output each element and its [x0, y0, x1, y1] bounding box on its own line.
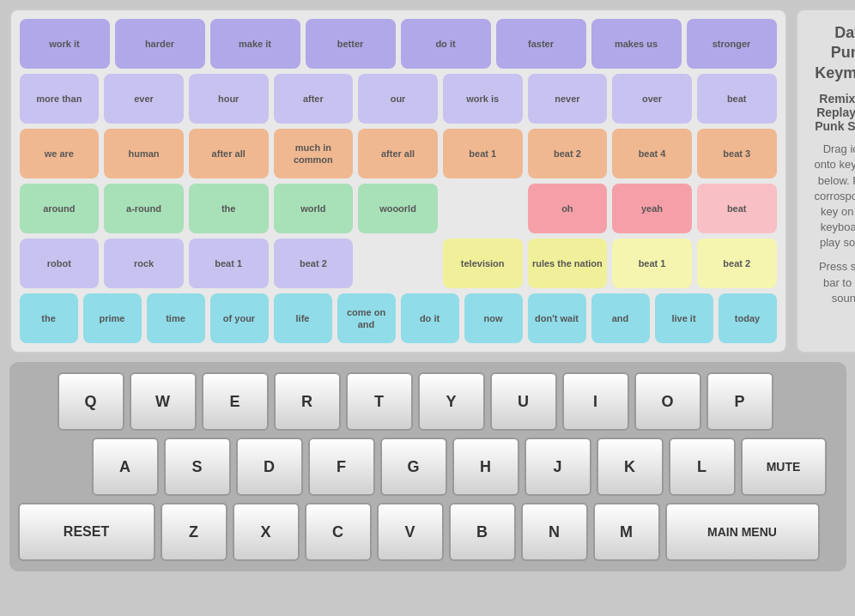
key-y[interactable]: Y	[418, 372, 485, 431]
key-l[interactable]: L	[669, 438, 736, 496]
key-u[interactable]: U	[490, 372, 557, 431]
tile-now[interactable]: now	[464, 293, 523, 343]
tile-stronger[interactable]: stronger	[687, 19, 777, 69]
tile-live-it[interactable]: live it	[655, 293, 713, 343]
key-b[interactable]: B	[449, 503, 516, 561]
key-z[interactable]: Z	[161, 503, 227, 561]
tile-prime[interactable]: prime	[83, 293, 142, 343]
tile-yeah[interactable]: yeah	[612, 184, 692, 233]
main-menu-button[interactable]: MAIN MENU	[665, 503, 820, 561]
mute-button[interactable]: MUTE	[741, 438, 827, 496]
tile-beat4-orange[interactable]: beat 4	[612, 129, 692, 178]
tile-today[interactable]: today	[719, 293, 777, 343]
tile-and[interactable]: and	[591, 293, 650, 343]
sound-row-6: the prime time of your life come on and …	[20, 293, 777, 343]
tile-never[interactable]: never	[528, 74, 608, 124]
tile-after-all-1[interactable]: after all	[189, 129, 269, 178]
tile-beat1-yellow[interactable]: beat 1	[612, 239, 692, 288]
tile-makes-us[interactable]: makes us	[591, 19, 682, 69]
sound-row-4: around a-round the world wooorld oh yeah…	[20, 184, 777, 233]
tile-we-are[interactable]: we are	[20, 129, 100, 178]
tile-beat1-lav[interactable]: beat 1	[189, 239, 269, 288]
tile-do-it-cyan[interactable]: do it	[401, 293, 459, 343]
tile-robot[interactable]: robot	[20, 239, 100, 288]
key-o[interactable]: O	[634, 372, 701, 431]
app-subtitle: Remix and Replay Daft Punk Songs	[815, 92, 856, 133]
key-i[interactable]: I	[562, 372, 629, 431]
key-p[interactable]: P	[706, 372, 773, 431]
tile-time[interactable]: time	[147, 293, 205, 343]
tile-beat2-lav[interactable]: beat 2	[274, 239, 354, 288]
tile-rock[interactable]: rock	[104, 239, 184, 288]
tile-empty-2	[358, 239, 438, 288]
tile-television[interactable]: television	[443, 239, 523, 288]
key-m[interactable]: M	[593, 503, 660, 561]
key-t[interactable]: T	[346, 372, 413, 431]
tile-the-cyan[interactable]: the	[20, 293, 78, 343]
tile-over[interactable]: over	[612, 74, 692, 124]
tile-after[interactable]: after	[274, 74, 354, 124]
space-instructions: Press space bar to stop sounds	[815, 259, 856, 306]
keyboard-area: Q W E R T Y U I O P A S D F G H J K L MU…	[9, 362, 846, 571]
tile-do-it[interactable]: do it	[401, 19, 491, 69]
tile-hour[interactable]: hour	[189, 74, 269, 124]
tile-oh[interactable]: oh	[528, 184, 608, 233]
keyboard-row-2: A S D F G H J K L MUTE	[18, 438, 838, 496]
tile-around[interactable]: around	[20, 184, 100, 233]
key-a[interactable]: A	[92, 438, 159, 496]
key-g[interactable]: G	[380, 438, 447, 496]
sound-row-1: work it harder make it better do it fast…	[20, 19, 777, 69]
tile-of-your[interactable]: of your	[210, 293, 269, 343]
tile-beat1-orange[interactable]: beat 1	[443, 129, 523, 178]
app-title: Daft Punk Keymixer	[815, 23, 856, 83]
tile-faster[interactable]: faster	[496, 19, 586, 69]
sound-row-2: more than ever hour after our work is ne…	[20, 74, 777, 124]
sound-row-5: robot rock beat 1 beat 2 television rule…	[20, 239, 777, 288]
tile-world[interactable]: world	[274, 184, 354, 233]
tile-beat3-orange[interactable]: beat 3	[697, 129, 777, 178]
key-e[interactable]: E	[202, 372, 269, 431]
tile-work-is[interactable]: work is	[443, 74, 523, 124]
sound-grid: work it harder make it better do it fast…	[9, 9, 787, 353]
tile-empty-1	[443, 184, 523, 233]
key-w[interactable]: W	[130, 372, 197, 431]
keyboard-row-1: Q W E R T Y U I O P	[18, 372, 838, 431]
key-n[interactable]: N	[521, 503, 588, 561]
tile-much-in-common[interactable]: much in common	[274, 129, 354, 178]
tile-beat-pink[interactable]: beat	[697, 184, 777, 233]
key-f[interactable]: F	[308, 438, 375, 496]
tile-dont-wait[interactable]: don't wait	[528, 293, 586, 343]
tile-rules-nation[interactable]: rules the nation	[528, 239, 608, 288]
tile-beat2-orange[interactable]: beat 2	[528, 129, 608, 178]
tile-better[interactable]: better	[306, 19, 396, 69]
key-h[interactable]: H	[452, 438, 519, 496]
tile-beat[interactable]: beat	[697, 74, 777, 124]
tile-wooorld[interactable]: wooorld	[358, 184, 438, 233]
key-s[interactable]: S	[164, 438, 231, 496]
key-k[interactable]: K	[597, 438, 664, 496]
tile-harder[interactable]: harder	[115, 19, 205, 69]
key-x[interactable]: X	[233, 503, 300, 561]
key-r[interactable]: R	[274, 372, 341, 431]
reset-button[interactable]: RESET	[18, 503, 155, 561]
key-d[interactable]: D	[236, 438, 303, 496]
key-q[interactable]: Q	[58, 372, 124, 431]
tile-after-all-2[interactable]: after all	[358, 129, 438, 178]
tile-our[interactable]: our	[358, 74, 438, 124]
keyboard-row-3: RESET Z X C V B N M MAIN MENU	[18, 503, 838, 561]
tile-beat2-yellow[interactable]: beat 2	[697, 239, 777, 288]
tile-life[interactable]: life	[274, 293, 332, 343]
tile-ever[interactable]: ever	[104, 74, 184, 124]
tile-make-it[interactable]: make it	[210, 19, 300, 69]
tile-the-green[interactable]: the	[189, 184, 269, 233]
tile-a-round[interactable]: a-round	[104, 184, 184, 233]
tile-human[interactable]: human	[104, 129, 184, 178]
info-panel: Daft Punk Keymixer Remix and Replay Daft…	[796, 9, 856, 353]
tile-come-on-and[interactable]: come on and	[337, 293, 396, 343]
key-j[interactable]: J	[525, 438, 591, 496]
key-c[interactable]: C	[305, 503, 372, 561]
tile-more-than[interactable]: more than	[20, 74, 100, 124]
sound-row-3: we are human after all much in common af…	[20, 129, 777, 178]
tile-work-it[interactable]: work it	[20, 19, 110, 69]
key-v[interactable]: V	[377, 503, 444, 561]
